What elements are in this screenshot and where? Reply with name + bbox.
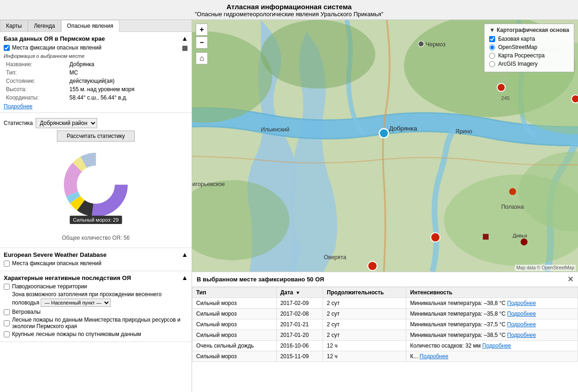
- flood-zone-select[interactable]: — Населенный пункт —: [41, 299, 111, 307]
- stat-section: Статистика Добрянский район Рассчитать с…: [0, 113, 192, 248]
- db-detail-link[interactable]: Подробнее: [4, 103, 32, 110]
- svg-text:Ярино: Ярино: [455, 128, 472, 135]
- title-line1: Атласная информационная система: [0, 3, 578, 11]
- bottom-table-header: В выбранном месте зафиксировано 50 ОЯ ✕: [192, 272, 578, 287]
- svg-text:245: 245: [501, 95, 510, 101]
- map-area[interactable]: Добрянка Чермоз Ярино Полазна Дивья Григ…: [192, 20, 578, 272]
- db-checkbox[interactable]: [4, 45, 10, 51]
- detail-link[interactable]: Подробнее: [507, 332, 536, 338]
- svg-rect-22: [483, 234, 488, 239]
- detail-link[interactable]: Подробнее: [420, 353, 448, 360]
- negative-label-0: Паводкоопасные территории: [12, 283, 87, 290]
- info-label-name: Название:: [5, 61, 67, 68]
- negative-chevron[interactable]: ▲: [181, 274, 188, 281]
- detail-link[interactable]: Подробнее: [507, 300, 536, 306]
- cell-intensity: Минимальная температура: –35,8 °С Подроб…: [406, 309, 578, 319]
- svg-text:Добрянка: Добрянка: [389, 125, 417, 132]
- eswd-section: European Severe Weather Database ▲ Места…: [0, 248, 192, 271]
- svg-text:Ильинский: Ильинский: [261, 126, 290, 133]
- rosreestr-radio[interactable]: [489, 53, 495, 59]
- detail-link[interactable]: Подробнее: [482, 342, 511, 349]
- tab-dangerous[interactable]: Опасные явления: [61, 20, 119, 32]
- negative-label-4: Крупные лесные пожары по спутниковым дан…: [12, 331, 141, 337]
- svg-point-19: [572, 95, 578, 103]
- overlay-title[interactable]: ▼ Картографическая основа: [489, 27, 569, 33]
- svg-point-23: [368, 261, 377, 271]
- left-panel: Карты Легенда Опасные явления База данны…: [0, 20, 192, 392]
- title-line2: "Опасные гидрометеорологические явления …: [0, 11, 578, 18]
- info-value-coords: 58.44° с.ш., 56.44° в.д.: [68, 94, 187, 101]
- page-header: Атласная информационная система "Опасные…: [0, 0, 578, 20]
- col-date[interactable]: Дата ▼: [276, 287, 323, 298]
- osm-radio[interactable]: [489, 44, 495, 50]
- negative-checkbox-0[interactable]: [4, 284, 10, 290]
- osm-label: OpenStreetMap: [498, 44, 537, 50]
- negative-title: Характерные негативные последствия ОЯ: [4, 274, 131, 281]
- info-label: Информация о выбранном месте: [4, 53, 188, 59]
- eswd-checkbox[interactable]: [4, 261, 10, 267]
- arcgis-radio[interactable]: [489, 61, 495, 67]
- negative-checkbox-3[interactable]: [4, 320, 10, 326]
- overlay-arrow-icon: ▼: [489, 27, 495, 33]
- cell-intensity: Минимальная температура: –37,5 °С Подроб…: [406, 319, 578, 330]
- close-table-button[interactable]: ✕: [567, 275, 573, 284]
- negative-item-4: Крупные лесные пожары по спутниковым дан…: [4, 331, 188, 337]
- rosreestr-label: Карта Росреестра: [498, 52, 544, 59]
- detail-link[interactable]: Подробнее: [507, 321, 536, 328]
- cell-type: Сильный мороз: [193, 309, 277, 319]
- db-section-chevron[interactable]: ▲: [181, 35, 188, 42]
- detail-link[interactable]: Подробнее: [507, 311, 536, 317]
- home-button[interactable]: ⌂: [196, 52, 208, 64]
- svg-text:Дивья: Дивья: [513, 233, 527, 238]
- svg-point-21: [521, 238, 528, 245]
- negative-item-0: Паводкоопасные территории: [4, 283, 188, 290]
- db-checkbox-label: Места фиксации опасных явлений: [12, 44, 101, 51]
- svg-point-18: [497, 83, 505, 91]
- cell-intensity: Минимальная температура: –38,8 °С Подроб…: [406, 298, 578, 309]
- cell-duration: 2 сут: [323, 309, 406, 319]
- info-row-height: Высота: 155 м. над уровнем моря: [5, 86, 187, 93]
- zoom-in-button[interactable]: +: [196, 24, 208, 36]
- tab-bar: Карты Легенда Опасные явления: [0, 20, 192, 32]
- town-dobryanka: [379, 129, 389, 138]
- donut-label: Сильный мороз: 29: [70, 216, 122, 224]
- col-intensity: Интенсивность: [406, 287, 578, 298]
- cell-date: 2017-02-08: [276, 309, 323, 319]
- negative-item-2: Ветровалы: [4, 309, 188, 315]
- negative-checkbox-4[interactable]: [4, 331, 10, 337]
- table-scroll[interactable]: Тип Дата ▼ Продолжительность Интенсивнос…: [192, 287, 578, 392]
- negative-section: Характерные негативные последствия ОЯ ▲ …: [0, 271, 192, 342]
- negative-checkbox-2[interactable]: [4, 309, 10, 315]
- cell-date: 2017-01-21: [276, 319, 323, 330]
- svg-point-16: [418, 41, 424, 47]
- info-row-status: Состояние: действующий(ая): [5, 77, 187, 85]
- eswd-title: European Severe Weather Database: [4, 251, 106, 258]
- donut-svg: [59, 148, 133, 222]
- negative-label-2: Ветровалы: [12, 309, 41, 315]
- info-table: Название: Добрянка Тип: МС Состояние: де…: [4, 60, 188, 102]
- cell-duration: 12 ч: [323, 341, 406, 351]
- cell-duration: 12 ч: [323, 351, 406, 362]
- calc-button[interactable]: Рассчитать статистику: [57, 131, 135, 142]
- svg-point-24: [509, 188, 516, 195]
- svg-point-9: [261, 20, 375, 88]
- total-count-label: Общее количество ОЯ: 56: [62, 235, 130, 241]
- date-sort-icon: ▼: [296, 290, 300, 295]
- cell-type: Сильный мороз: [193, 330, 277, 341]
- db-grid-icon[interactable]: ▦: [182, 44, 188, 51]
- cell-type: Сильный мороз: [193, 351, 277, 362]
- tab-legend[interactable]: Легенда: [28, 20, 61, 31]
- info-label-coords: Координаты:: [5, 94, 67, 101]
- arcgis-label: ArcGIS Imagery: [498, 61, 537, 67]
- svg-text:Григорьевское: Григорьевское: [192, 181, 225, 187]
- tab-maps[interactable]: Карты: [0, 20, 28, 31]
- zoom-out-button[interactable]: −: [196, 37, 208, 49]
- info-row-type: Тип: МС: [5, 69, 187, 76]
- stat-label: Статистика: [4, 120, 33, 126]
- cell-date: 2017-02-09: [276, 298, 323, 309]
- stat-district-select[interactable]: Добрянский район: [36, 118, 97, 128]
- info-label-status: Состояние:: [5, 77, 67, 85]
- eswd-chevron[interactable]: ▲: [181, 251, 188, 258]
- basemap-checkbox[interactable]: [489, 36, 495, 42]
- negative-label-3: Лесные пожары по данным Министерства при…: [12, 317, 188, 330]
